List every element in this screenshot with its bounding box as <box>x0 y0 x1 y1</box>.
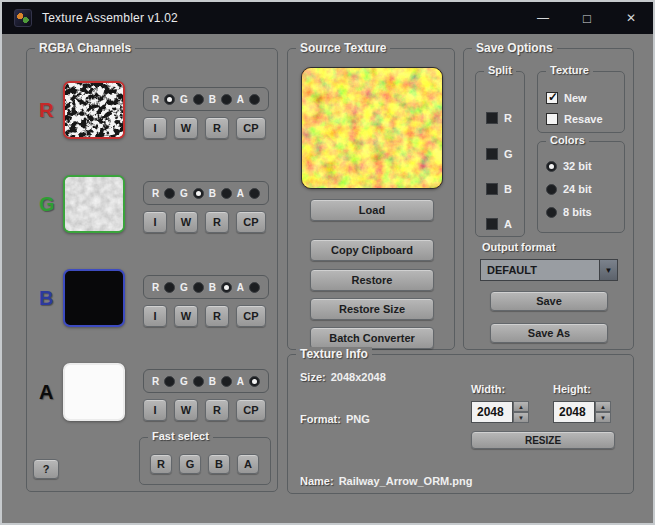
channel-r-button-w[interactable]: W <box>174 117 198 139</box>
channel-r-radio-g[interactable] <box>193 94 204 105</box>
channel-r-button-i[interactable]: I <box>143 117 167 139</box>
radio-label: B <box>209 376 216 387</box>
channel-g-radio-a[interactable] <box>249 188 260 199</box>
texture-info-title: Texture Info <box>296 347 372 361</box>
output-format-label: Output format <box>482 241 555 253</box>
radio-label: B <box>209 282 216 293</box>
channel-r-button-cp[interactable]: CP <box>236 117 266 139</box>
channel-g-radio-g[interactable] <box>193 188 204 199</box>
channel-g-radio-r[interactable] <box>164 188 175 199</box>
window-controls: — □ ✕ <box>521 2 653 34</box>
width-spinner-down-icon[interactable]: ▼ <box>513 412 529 423</box>
channel-b-button-w[interactable]: W <box>174 305 198 327</box>
name-row: Name: Railway_Arrow_ORM.png <box>300 475 472 487</box>
load-button[interactable]: Load <box>310 199 434 221</box>
source-texture-title: Source Texture <box>296 41 390 55</box>
channel-a-radio-r[interactable] <box>164 376 175 387</box>
channel-g-button-w[interactable]: W <box>174 211 198 233</box>
channel-g-button-cp[interactable]: CP <box>236 211 266 233</box>
channel-g-radio-b[interactable] <box>221 188 232 199</box>
channel-b-radio-b[interactable] <box>221 282 232 293</box>
channel-a-button-i[interactable]: I <box>143 399 167 421</box>
texture-resave-row: Resave <box>546 113 603 125</box>
height-spinner-down-icon[interactable]: ▼ <box>595 412 611 423</box>
dropdown-arrow-icon[interactable]: ▼ <box>599 260 617 280</box>
save-as-button[interactable]: Save As <box>490 323 608 343</box>
minimize-button[interactable]: — <box>521 2 565 34</box>
width-spinner-up-icon[interactable]: ▲ <box>513 401 529 412</box>
channel-b-radio-g[interactable] <box>193 282 204 293</box>
resize-button[interactable]: RESIZE <box>471 431 615 449</box>
batch-converter-button[interactable]: Batch Converter <box>310 327 434 349</box>
colors-group: Colors 32 bit 24 bit 8 bits <box>537 141 625 233</box>
split-row-b: B <box>486 183 512 195</box>
fast-select-a-button[interactable]: A <box>237 454 259 474</box>
channel-g-button-i[interactable]: I <box>143 211 167 233</box>
source-texture-preview[interactable] <box>301 67 443 189</box>
texture-resave-checkbox[interactable] <box>546 113 558 125</box>
colors-32bit-radio[interactable] <box>546 161 557 172</box>
channel-r-radio-r[interactable] <box>164 94 175 105</box>
split-b-checkbox[interactable] <box>486 183 498 195</box>
split-r-checkbox[interactable] <box>486 112 498 124</box>
channel-b-radio-a[interactable] <box>249 282 260 293</box>
output-format-select[interactable]: DEFAULT ▼ <box>480 259 618 281</box>
channel-b-radio-r[interactable] <box>164 282 175 293</box>
channel-r-radio-a[interactable] <box>249 94 260 105</box>
channel-a-button-cp[interactable]: CP <box>236 399 266 421</box>
channel-a-button-w[interactable]: W <box>174 399 198 421</box>
channel-a-radio-b[interactable] <box>221 376 232 387</box>
save-button[interactable]: Save <box>490 291 608 311</box>
split-row-a: A <box>486 218 512 230</box>
radio-label: A <box>237 376 244 387</box>
channel-thumb-g[interactable] <box>63 175 125 233</box>
help-button[interactable]: ? <box>33 459 59 479</box>
fast-select-g-button[interactable]: G <box>179 454 201 474</box>
split-g-checkbox[interactable] <box>486 148 498 160</box>
file-name-label: Name: <box>300 475 334 487</box>
radio-label: A <box>237 282 244 293</box>
height-label-row: Height: <box>553 383 591 395</box>
width-input[interactable]: 2048 <box>471 401 513 423</box>
colors-32bit-label: 32 bit <box>563 160 592 172</box>
restore-size-button[interactable]: Restore Size <box>310 298 434 320</box>
maximize-button[interactable]: □ <box>565 2 609 34</box>
colors-24bit-label: 24 bit <box>563 183 592 195</box>
height-input[interactable]: 2048 <box>553 401 595 423</box>
texture-new-checkbox[interactable] <box>546 92 558 104</box>
close-button[interactable]: ✕ <box>609 2 653 34</box>
colors-8bit-row: 8 bits <box>546 206 592 218</box>
width-label: Width: <box>471 383 505 395</box>
channel-thumb-b[interactable] <box>63 269 125 327</box>
channel-thumb-a[interactable] <box>63 363 125 421</box>
texture-new-row: New <box>546 92 587 104</box>
source-texture-group: Source Texture Load Copy Clipboard Resto… <box>287 48 455 350</box>
channel-r-radio-b[interactable] <box>221 94 232 105</box>
split-row-g: G <box>486 148 513 160</box>
split-a-checkbox[interactable] <box>486 218 498 230</box>
channel-a-radio-a[interactable] <box>249 376 260 387</box>
size-row: Size: 2048x2048 <box>300 371 386 383</box>
split-b-label: B <box>504 183 512 195</box>
fast-select-r-button[interactable]: R <box>150 454 172 474</box>
channel-b-button-r[interactable]: R <box>205 305 229 327</box>
channel-b-button-cp[interactable]: CP <box>236 305 266 327</box>
output-format-value: DEFAULT <box>481 260 599 280</box>
channel-a-button-r[interactable]: R <box>205 399 229 421</box>
channel-thumb-a-image <box>65 365 123 419</box>
channel-a-radio-g[interactable] <box>193 376 204 387</box>
rgba-channels-group: RGBA Channels R R <box>26 48 278 492</box>
channel-r-button-r[interactable]: R <box>205 117 229 139</box>
channel-b-button-i[interactable]: I <box>143 305 167 327</box>
fast-select-b-button[interactable]: B <box>208 454 230 474</box>
height-spinner-up-icon[interactable]: ▲ <box>595 401 611 412</box>
texture-mode-title: Texture <box>546 64 593 76</box>
restore-button[interactable]: Restore <box>310 269 434 291</box>
colors-8bit-radio[interactable] <box>546 207 557 218</box>
channel-r-buttons: I W R CP <box>143 117 266 139</box>
channel-thumb-r[interactable] <box>63 81 125 139</box>
colors-24bit-radio[interactable] <box>546 184 557 195</box>
copy-clipboard-button[interactable]: Copy Clipboard <box>310 239 434 261</box>
channel-g-button-r[interactable]: R <box>205 211 229 233</box>
channel-thumb-b-image <box>65 271 123 325</box>
